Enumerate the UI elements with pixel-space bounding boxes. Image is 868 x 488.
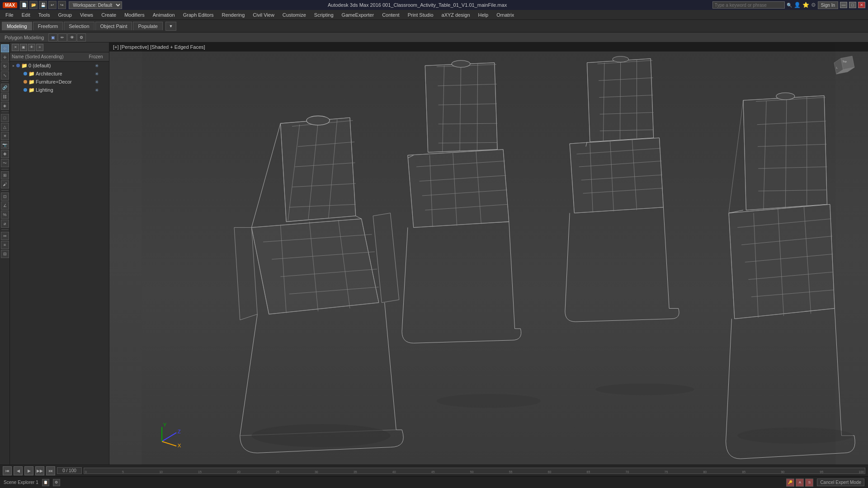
timeline-track[interactable]: 0 5 10 15 20 25 30 35 40 45 50 55 60 65 … [84,468,865,474]
menu-views[interactable]: Views [76,11,97,19]
angle-snap-tool[interactable]: ∠ [1,202,9,210]
space-warp-tool[interactable]: 〜 [1,159,9,167]
save-btn[interactable]: 💾 [39,1,47,9]
menu-scripting[interactable]: Scripting [311,11,337,19]
scale-tool[interactable]: ⤡ [1,71,9,80]
edit-icon[interactable]: ✏ [58,33,67,42]
layer-tool[interactable]: ⊟ [1,250,9,258]
svg-marker-98 [743,96,827,210]
align-tool[interactable]: ≡ [1,241,9,249]
redo-btn[interactable]: ↪ [58,1,66,9]
next-frame[interactable]: ▶▶ [35,466,44,475]
frozen-furniture: ✳ [85,80,108,84]
svg-marker-40 [425,63,497,152]
tree-item-default[interactable]: ▸ 📁 0 (default) ✳ [10,61,109,70]
menu-ornatrix[interactable]: Ornatrix [493,11,518,19]
menu-file[interactable]: File [2,11,17,19]
menu-rendering[interactable]: Rendering [218,11,249,19]
sub-toolbar-select[interactable]: ▣ ✏ 👁 ⚙ [48,33,86,42]
menu-axyz[interactable]: aXYZ design [438,11,474,19]
populate-arrow[interactable]: ▼ [165,22,176,31]
tree-item-furniture[interactable]: 📁 Furniture+Decor ✳ [10,78,109,86]
se-customize-btn[interactable]: ≡ [36,44,43,51]
sub-toolbar: Polygon Modeling ▣ ✏ 👁 ⚙ [0,33,868,42]
play-btn[interactable]: ▶ [24,466,33,475]
menu-help[interactable]: Help [475,11,492,19]
camera-tool[interactable]: 📷 [1,141,9,149]
scene-explorer-toolbar: ✕ ▣ 👁 ≡ [10,42,109,52]
helper-tool[interactable]: ✚ [1,150,9,158]
separator-2 [1,112,9,112]
paint-tool[interactable]: 🖌 [1,180,9,188]
se-display-btn[interactable]: 👁 [28,44,35,51]
frame-counter[interactable]: 0 / 100 [57,467,82,474]
tab-object-paint[interactable]: Object Paint [95,22,132,30]
go-to-start[interactable]: ⏮ [3,466,12,475]
display-icon[interactable]: 👁 [67,33,76,42]
nav-cube[interactable]: Top L [832,52,859,79]
menu-graph-editors[interactable]: Graph Editors [179,11,217,19]
window-minimize[interactable]: — [840,2,847,8]
col-name-header: Name (Sorted Ascending) [12,54,85,59]
se-status-icon1[interactable]: 📋 [42,479,49,486]
key-frame-btn[interactable]: 🔑 [786,479,794,487]
tab-freeform[interactable]: Freeform [33,22,63,30]
select-filter-tool[interactable]: ⊞ [1,171,9,179]
label-furniture: Furniture+Decor [36,79,85,84]
color-furniture [24,80,27,84]
status-left: Scene Explorer 1 📋 ⚙ [4,479,60,486]
3d-scene[interactable]: .wire { stroke: #aaaaaa; stroke-width: 0… [109,42,868,465]
snap-tool[interactable]: ⊡ [1,192,9,201]
bind-tool[interactable]: ◈ [1,102,9,110]
se-filter-btn[interactable]: ✕ [12,44,19,51]
select-icon[interactable]: ▣ [48,33,57,42]
cancel-expert-mode[interactable]: Cancel Expert Mode [817,479,864,486]
menu-game-exporter[interactable]: GameExporter [338,11,378,19]
status-right: 🔑 A S Cancel Expert Mode [786,479,864,487]
menu-create[interactable]: Create [98,11,120,19]
menu-tools[interactable]: Tools [35,11,54,19]
geometry-tool[interactable]: □ [1,114,9,122]
link-tool[interactable]: 🔗 [1,84,9,92]
left-toolbar: ⊹ ✛ ↻ ⤡ 🔗 ⛓ ◈ □ △ ☀ 📷 ✚ 〜 ⊞ 🖌 ⊡ ∠ % ⌀ ⇔ … [0,42,10,465]
auto-key-btn[interactable]: A [796,479,804,487]
window-maximize[interactable]: □ [849,2,856,8]
unlink-tool[interactable]: ⛓ [1,93,9,101]
window-close[interactable]: ✕ [858,2,865,8]
mirror-tool[interactable]: ⇔ [1,232,9,240]
move-tool[interactable]: ✛ [1,53,9,61]
new-file-btn[interactable]: 📄 [20,1,28,9]
undo-btn[interactable]: ↩ [48,1,57,9]
open-btn[interactable]: 📂 [29,1,38,9]
menu-content[interactable]: Content [378,11,403,19]
menu-customize[interactable]: Customize [279,11,310,19]
tab-modeling[interactable]: Modeling [2,22,32,30]
menu-civil-view[interactable]: Civil View [249,11,278,19]
select-tool[interactable]: ⊹ [1,44,9,52]
tree-item-architecture[interactable]: 📁 Architecture ✳ [10,70,109,78]
tab-selection[interactable]: Selection [64,22,94,30]
spinner-snap-tool[interactable]: ⌀ [1,220,9,228]
shape-tool[interactable]: △ [1,123,9,131]
rotate-tool[interactable]: ↻ [1,62,9,70]
set-key-btn[interactable]: S [805,479,813,487]
customize-icon[interactable]: ⚙ [77,33,86,42]
prev-frame[interactable]: ◀ [14,466,23,475]
light-tool[interactable]: ☀ [1,132,9,140]
menu-edit[interactable]: Edit [18,11,34,19]
tab-populate[interactable]: Populate [133,22,162,30]
viewport[interactable]: [+] [Perspective] [Shaded + Edged Faces]… [109,42,868,465]
percent-snap-tool[interactable]: % [1,211,9,219]
menu-animation[interactable]: Animation [149,11,179,19]
se-status-icon2[interactable]: ⚙ [53,479,60,486]
menu-modifiers[interactable]: Modifiers [121,11,148,19]
menu-group[interactable]: Group [54,11,75,19]
tree-item-lighting[interactable]: 📁 Lighting ✳ [10,86,109,94]
se-select-btn[interactable]: ▣ [20,44,27,51]
expand-default[interactable]: ▸ [11,63,16,68]
workspace-dropdown[interactable]: Workspace: DefaultWorkspace: Default [69,1,122,9]
go-to-end[interactable]: ⏭ [46,466,55,475]
sign-in-button[interactable]: Sign In [818,1,838,9]
menu-print-studio[interactable]: Print Studio [404,11,437,19]
search-input[interactable] [712,1,785,9]
